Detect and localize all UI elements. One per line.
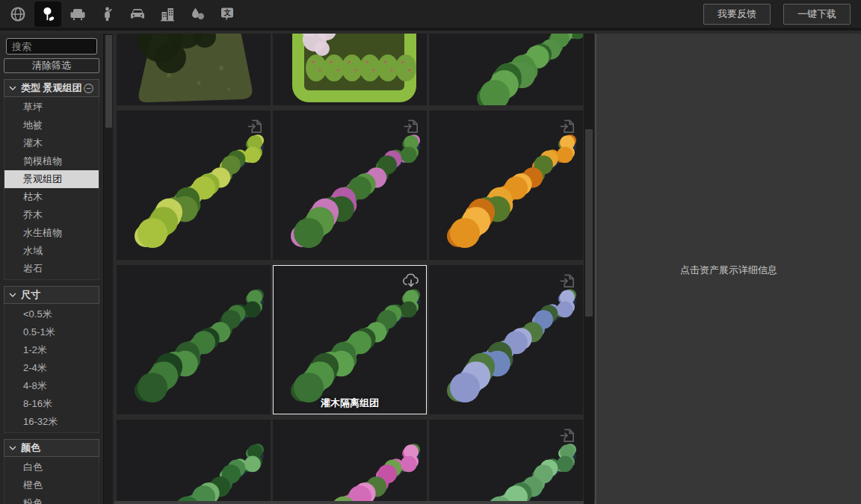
filter-options: 草坪地被灌木简模植物景观组团枯木乔木水生植物水域岩石	[4, 97, 99, 280]
filter-item[interactable]: 16-32米	[4, 413, 99, 431]
asset-thumbnail	[429, 34, 583, 105]
chevron-down-icon	[9, 293, 16, 297]
filter-sections: 类型 景观组团草坪地被灌木简模植物景观组团枯木乔木水生植物水域岩石尺寸<0.5米…	[0, 79, 102, 504]
asset-card[interactable]	[117, 34, 271, 105]
asset-card[interactable]	[117, 265, 271, 414]
search-input[interactable]	[6, 38, 97, 55]
chevron-down-icon	[9, 86, 16, 90]
material-icon[interactable]	[184, 1, 211, 27]
filter-section: 尺寸<0.5米0.5-1米1-2米2-4米4-8米8-16米16-32米	[4, 286, 99, 433]
details-panel: 点击资产展示详细信息	[596, 34, 861, 504]
vegetation-icon[interactable]	[34, 1, 61, 27]
filter-item[interactable]: 4-8米	[4, 377, 99, 395]
filter-section-header[interactable]: 类型 景观组团	[4, 79, 99, 97]
filter-section: 颜色白色橙色粉色	[4, 439, 99, 504]
asset-grid: 灌木隔离组团	[117, 34, 583, 504]
open-in-scene-icon	[558, 116, 577, 136]
asset-card[interactable]	[429, 265, 583, 414]
import-button[interactable]	[401, 116, 421, 136]
asset-thumbnail	[273, 420, 427, 504]
remove-filter-icon[interactable]	[83, 83, 94, 94]
filter-item[interactable]: 地被	[4, 116, 99, 134]
filter-item[interactable]: 橙色	[4, 476, 99, 494]
asset-thumbnail	[117, 420, 271, 504]
building-icon[interactable]	[154, 1, 181, 27]
asset-card[interactable]: 灌木隔离组团	[273, 265, 427, 414]
filter-section-header[interactable]: 尺寸	[4, 286, 99, 304]
filter-item[interactable]: <0.5米	[4, 305, 99, 323]
globe-icon[interactable]	[4, 1, 31, 27]
lang-glyph: 文	[223, 8, 231, 16]
asset-card[interactable]	[429, 420, 583, 504]
furniture-icon[interactable]	[64, 1, 91, 27]
filter-item[interactable]: 灌木	[4, 134, 99, 152]
filter-options: <0.5米0.5-1米1-2米2-4米4-8米8-16米16-32米	[4, 304, 99, 433]
asset-card[interactable]	[273, 34, 427, 105]
filter-sidebar: 清除筛选 类型 景观组团草坪地被灌木简模植物景观组团枯木乔木水生植物水域岩石尺寸…	[0, 34, 102, 504]
filter-item[interactable]: 乔木	[4, 206, 99, 224]
import-button[interactable]	[245, 116, 265, 136]
asset-grid-viewport: 灌木隔离组团	[114, 34, 584, 504]
filter-item[interactable]: 粉色	[4, 494, 99, 504]
filter-options: 白色橙色粉色	[4, 457, 99, 504]
asset-thumbnail	[117, 265, 271, 414]
asset-card[interactable]	[429, 111, 583, 260]
asset-card[interactable]	[273, 420, 427, 504]
filter-item[interactable]: 简模植物	[4, 152, 99, 170]
filter-section-header[interactable]: 颜色	[4, 439, 99, 457]
scrollbar-thumb[interactable]	[105, 35, 112, 128]
filter-item[interactable]: 0.5-1米	[4, 323, 99, 341]
filter-item[interactable]: 水域	[4, 242, 99, 260]
chevron-down-icon	[9, 446, 16, 450]
scrollbar-thumb[interactable]	[585, 129, 593, 317]
filter-section: 类型 景观组团草坪地被灌木简模植物景观组团枯木乔木水生植物水域岩石	[4, 79, 99, 280]
details-hint: 点击资产展示详细信息	[596, 264, 861, 277]
asset-card[interactable]	[429, 34, 583, 105]
vehicle-icon[interactable]	[124, 1, 151, 27]
filter-item[interactable]: 景观组团	[4, 170, 99, 188]
grid-scrollbar	[584, 34, 594, 504]
open-in-scene-icon	[558, 426, 577, 445]
filter-item[interactable]: 水生植物	[4, 224, 99, 242]
filter-item[interactable]: 草坪	[4, 99, 99, 116]
asset-thumbnail	[273, 34, 427, 105]
filter-section-title: 尺寸	[21, 288, 94, 302]
filter-item[interactable]: 8-16米	[4, 395, 99, 413]
download-all-button[interactable]: 一键下载	[783, 4, 851, 25]
asset-thumbnail	[117, 34, 271, 105]
asset-card[interactable]	[117, 111, 271, 260]
people-icon[interactable]	[94, 1, 121, 27]
asset-card[interactable]	[117, 420, 271, 504]
filter-item[interactable]: 2-4米	[4, 359, 99, 377]
filter-item[interactable]: 岩石	[4, 260, 99, 278]
filter-item[interactable]: 枯木	[4, 188, 99, 206]
language-icon[interactable]: 文	[214, 1, 241, 27]
filter-item[interactable]: 1-2米	[4, 341, 99, 359]
import-button[interactable]	[558, 116, 577, 136]
grid-bottom-edge	[114, 501, 595, 504]
asset-card[interactable]	[273, 111, 427, 260]
cloud-download-button[interactable]	[401, 271, 421, 290]
open-in-scene-icon	[558, 271, 577, 290]
filter-section-title: 类型 景观组团	[21, 81, 83, 95]
filter-item[interactable]: 白色	[4, 458, 99, 476]
open-in-scene-icon	[401, 116, 421, 136]
clear-filters-button[interactable]: 清除筛选	[4, 58, 99, 73]
import-button[interactable]	[558, 271, 577, 290]
top-toolbar: 文 我要反馈 一键下载	[0, 0, 861, 31]
sidebar-scrollbar	[103, 34, 113, 504]
import-button[interactable]	[558, 426, 577, 445]
category-tabs: 文	[0, 1, 241, 27]
toolbar-actions: 我要反馈 一键下载	[703, 4, 861, 25]
asset-title: 灌木隔离组团	[273, 396, 427, 410]
cloud-download-icon	[401, 271, 421, 290]
filter-section-title: 颜色	[21, 441, 94, 455]
feedback-button[interactable]: 我要反馈	[703, 4, 771, 25]
open-in-scene-icon	[245, 116, 265, 136]
